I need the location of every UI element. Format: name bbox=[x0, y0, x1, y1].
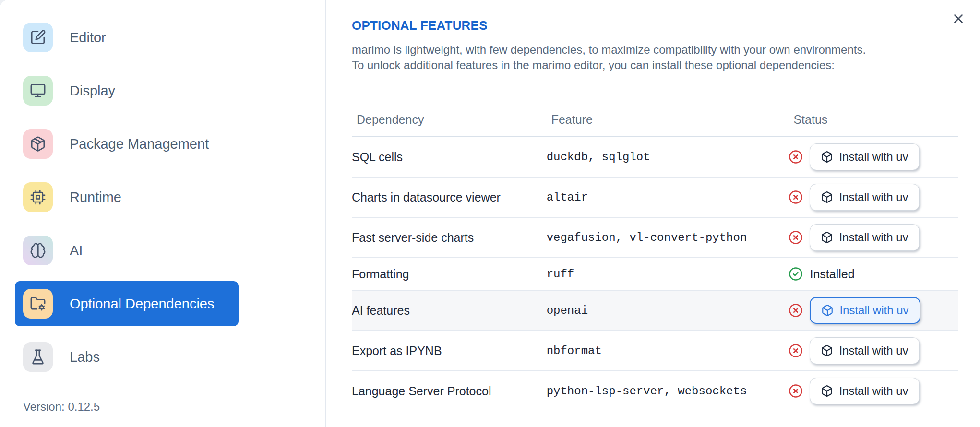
sidebar-item-package-management[interactable]: Package Management bbox=[15, 121, 239, 166]
column-header-feature: Feature bbox=[547, 103, 789, 137]
table-header-row: Dependency Feature Status bbox=[352, 103, 958, 137]
monitor-icon bbox=[23, 76, 53, 106]
box-icon bbox=[821, 191, 833, 203]
install-with-uv-button[interactable]: Install with uv bbox=[810, 378, 919, 404]
dependency-cell: Formatting bbox=[352, 258, 547, 290]
box-icon bbox=[821, 344, 833, 357]
table-row-charts-in-datasource-viewer: Charts in datasource viewer altair Insta… bbox=[352, 177, 958, 217]
sidebar-item-ai[interactable]: AI bbox=[15, 228, 239, 273]
sidebar-item-editor[interactable]: Editor bbox=[15, 15, 239, 60]
feature-cell: vegafusion, vl-convert-python bbox=[547, 217, 789, 258]
install-button-label: Install with uv bbox=[839, 344, 908, 357]
description: marimo is lightweight, with few dependen… bbox=[352, 42, 958, 72]
dependency-cell: Export as IPYNB bbox=[352, 331, 547, 371]
status-cell: Install with uv bbox=[789, 217, 958, 258]
table-row-language-server-protocol: Language Server Protocol python-lsp-serv… bbox=[352, 371, 958, 411]
page-title: OPTIONAL FEATURES bbox=[352, 18, 958, 33]
install-with-uv-button[interactable]: Install with uv bbox=[810, 297, 920, 324]
circle-x-icon bbox=[789, 190, 803, 204]
dependency-cell: Language Server Protocol bbox=[352, 371, 547, 411]
status-cell: Install with uv bbox=[789, 371, 958, 411]
description-line-1: marimo is lightweight, with few dependen… bbox=[352, 43, 866, 56]
square-pen-icon bbox=[23, 23, 53, 52]
column-header-status: Status bbox=[789, 103, 958, 137]
install-button-label: Install with uv bbox=[839, 304, 908, 317]
circle-x-icon bbox=[789, 230, 803, 245]
feature-cell: duckdb, sqlglot bbox=[547, 137, 789, 177]
feature-cell: nbformat bbox=[547, 331, 789, 371]
column-header-dependency: Dependency bbox=[352, 103, 547, 137]
install-button-label: Install with uv bbox=[839, 190, 908, 204]
dependency-cell: Charts in datasource viewer bbox=[352, 177, 547, 217]
table-row-sql-cells: SQL cells duckdb, sqlglot Install with u… bbox=[352, 137, 958, 177]
box-icon bbox=[821, 151, 833, 163]
install-button-label: Install with uv bbox=[839, 231, 908, 244]
sidebar-item-label: Editor bbox=[70, 30, 106, 46]
circle-x-icon bbox=[789, 150, 803, 164]
box-icon bbox=[821, 231, 833, 244]
dependency-cell: SQL cells bbox=[352, 137, 547, 177]
sidebar-item-label: Display bbox=[70, 83, 115, 99]
circle-x-icon bbox=[789, 384, 803, 398]
status-cell: Install with uv bbox=[789, 177, 958, 217]
sidebar-item-label: Labs bbox=[70, 349, 100, 365]
install-with-uv-button[interactable]: Install with uv bbox=[810, 337, 919, 364]
brain-icon bbox=[23, 236, 53, 265]
table-row-fast-server-side-charts: Fast server-side charts vegafusion, vl-c… bbox=[352, 217, 958, 258]
sidebar-item-runtime[interactable]: Runtime bbox=[15, 175, 239, 220]
sidebar-item-label: AI bbox=[70, 243, 83, 259]
settings-sidebar: Editor Display Package Management Runtim… bbox=[0, 0, 326, 427]
box-icon bbox=[821, 385, 833, 397]
feature-cell: ruff bbox=[547, 258, 789, 290]
feature-cell: openai bbox=[547, 290, 789, 331]
cpu-icon bbox=[23, 182, 53, 212]
version-label: Version: 0.12.5 bbox=[0, 400, 325, 414]
status-cell: Install with uv bbox=[789, 290, 958, 331]
table-body: SQL cells duckdb, sqlglot Install with u… bbox=[352, 137, 958, 411]
status-cell: Install with uv bbox=[789, 137, 958, 177]
status-cell: Install with uv bbox=[789, 331, 958, 371]
box-icon bbox=[821, 304, 834, 317]
settings-nav: Editor Display Package Management Runtim… bbox=[0, 0, 325, 388]
package-icon bbox=[23, 129, 53, 159]
sidebar-item-display[interactable]: Display bbox=[15, 68, 239, 113]
optional-features-panel: OPTIONAL FEATURES marimo is lightweight,… bbox=[326, 0, 980, 427]
optional-features-table: Dependency Feature Status SQL cells duck… bbox=[352, 103, 958, 411]
table-row-ai-features: AI features openai Install with uv bbox=[352, 290, 958, 331]
close-icon bbox=[951, 12, 966, 26]
install-button-label: Install with uv bbox=[839, 384, 908, 398]
sidebar-item-optional-dependencies[interactable]: Optional Dependencies bbox=[15, 281, 239, 326]
sidebar-item-labs[interactable]: Labs bbox=[15, 334, 239, 380]
settings-dialog: Editor Display Package Management Runtim… bbox=[0, 0, 980, 427]
status-cell: Installed bbox=[789, 258, 958, 290]
feature-cell: altair bbox=[547, 177, 789, 217]
install-with-uv-button[interactable]: Install with uv bbox=[810, 184, 919, 211]
folder-cog-icon bbox=[23, 289, 53, 319]
circle-x-icon bbox=[789, 344, 803, 358]
install-button-label: Install with uv bbox=[839, 150, 908, 164]
close-button[interactable] bbox=[949, 10, 968, 28]
table-row-formatting: Formatting ruff Installed bbox=[352, 258, 958, 290]
circle-x-icon bbox=[789, 303, 803, 318]
sidebar-item-label: Package Management bbox=[70, 136, 209, 152]
installed-label: Installed bbox=[810, 267, 854, 281]
description-line-2: To unlock additional features in the mar… bbox=[352, 59, 835, 71]
feature-cell: python-lsp-server, websockets bbox=[547, 371, 789, 411]
sidebar-item-label: Optional Dependencies bbox=[70, 296, 214, 312]
install-with-uv-button[interactable]: Install with uv bbox=[810, 143, 919, 170]
install-with-uv-button[interactable]: Install with uv bbox=[810, 224, 919, 251]
sidebar-item-label: Runtime bbox=[70, 190, 121, 205]
flask-icon bbox=[23, 342, 53, 372]
table-row-export-as-ipynb: Export as IPYNB nbformat Install with uv bbox=[352, 331, 958, 371]
dependency-cell: AI features bbox=[352, 290, 547, 331]
circle-check-icon bbox=[789, 267, 803, 281]
dependency-cell: Fast server-side charts bbox=[352, 217, 547, 258]
